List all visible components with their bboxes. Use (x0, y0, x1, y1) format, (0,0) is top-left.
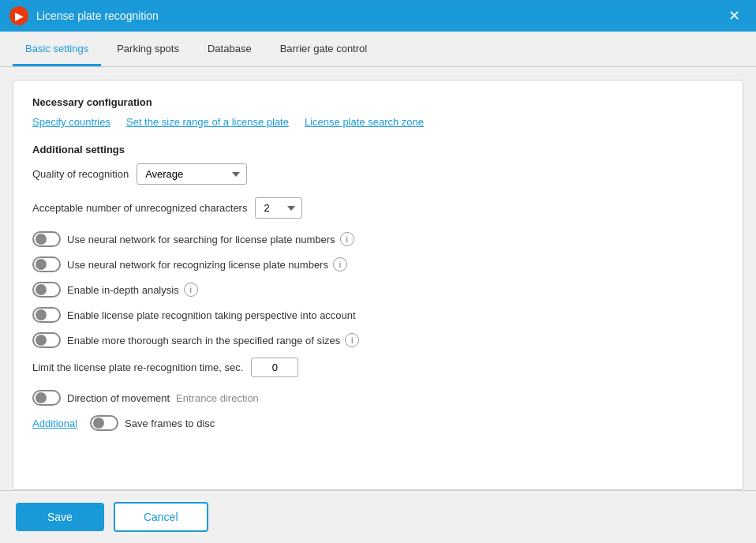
info-icon-neural-search[interactable]: i (340, 232, 354, 246)
tabs-bar: Basic settings Parking spots Database Ba… (0, 32, 756, 67)
toggle-in-depth-switch[interactable] (32, 282, 61, 298)
tab-basic-settings[interactable]: Basic settings (13, 32, 101, 66)
titlebar: ▶ License plate recognition ✕ (0, 0, 756, 32)
window-title: License plate recognition (36, 9, 722, 22)
config-links: Specify countries Set the size range of … (32, 116, 724, 128)
tab-barrier-gate[interactable]: Barrier gate control (268, 32, 380, 66)
toggle-in-depth-label: Enable in-depth analysis (67, 284, 179, 296)
direction-link[interactable]: Entrance direction (176, 392, 259, 404)
unrecognized-select[interactable]: 2 0 1 3 (255, 197, 302, 219)
toggle-perspective-switch[interactable] (32, 307, 61, 323)
toggle-knob (36, 335, 47, 346)
content-area: Necessary configuration Specify countrie… (0, 67, 756, 490)
main-panel: Necessary configuration Specify countrie… (13, 80, 743, 490)
tab-database[interactable]: Database (195, 32, 264, 66)
rerecognition-label: Limit the license plate re-recognition t… (32, 361, 243, 373)
necessary-config-title: Necessary configuration (32, 96, 724, 108)
additional-row: Additional Save frames to disc (32, 415, 724, 431)
toggle-knob (36, 309, 47, 320)
cancel-button[interactable]: Cancel (114, 502, 208, 532)
save-button[interactable]: Save (16, 503, 104, 531)
window: ▶ License plate recognition ✕ Basic sett… (0, 0, 756, 543)
toggle-thorough-search-label: Enable more thorough search in the speci… (67, 335, 340, 346)
quality-select[interactable]: Average Low High (137, 163, 247, 185)
quality-row: Quality of recognition Average Low High (32, 163, 724, 185)
toggle-thorough-search: Enable more thorough search in the speci… (32, 332, 724, 348)
toggle-knob (36, 284, 47, 295)
size-range-link[interactable]: Set the size range of a license plate (126, 116, 289, 128)
search-zone-link[interactable]: License plate search zone (305, 116, 424, 128)
tab-parking-spots[interactable]: Parking spots (104, 32, 192, 66)
save-frames-label: Save frames to disc (125, 418, 215, 429)
unrecognized-label: Acceptable number of unrecognized charac… (32, 202, 247, 214)
quality-label: Quality of recognition (32, 168, 129, 180)
specify-countries-link[interactable]: Specify countries (32, 116, 110, 128)
app-icon: ▶ (9, 6, 28, 25)
direction-label: Direction of movement (67, 392, 170, 404)
toggle-knob (36, 392, 47, 403)
toggle-neural-search-label: Use neural network for searching for lic… (67, 234, 335, 245)
toggle-thorough-search-switch[interactable] (32, 332, 61, 348)
toggle-knob (36, 259, 47, 270)
toggle-neural-recognize: Use neural network for recognizing licen… (32, 257, 724, 272)
toggle-knob (36, 234, 47, 245)
rerecognition-row: Limit the license plate re-recognition t… (32, 358, 724, 377)
toggle-knob (93, 418, 104, 429)
toggle-perspective: Enable license plate recognition taking … (32, 307, 724, 323)
info-icon-neural-recognize[interactable]: i (333, 257, 347, 272)
toggle-neural-recognize-label: Use neural network for recognizing licen… (67, 259, 328, 271)
close-button[interactable]: ✕ (722, 4, 747, 28)
info-icon-in-depth[interactable]: i (184, 283, 198, 297)
additional-link[interactable]: Additional (32, 418, 77, 429)
toggle-neural-search: Use neural network for searching for lic… (32, 231, 724, 247)
toggle-neural-search-switch[interactable] (32, 231, 61, 247)
additional-settings-title: Additional settings (32, 144, 724, 155)
direction-toggle-switch[interactable] (32, 390, 61, 406)
direction-row: Direction of movement Entrance direction (32, 390, 724, 406)
save-frames-toggle[interactable] (90, 415, 118, 431)
toggle-neural-recognize-switch[interactable] (32, 257, 61, 272)
toggle-in-depth: Enable in-depth analysis i (32, 282, 724, 298)
toggle-perspective-label: Enable license plate recognition taking … (67, 309, 356, 321)
info-icon-thorough[interactable]: i (345, 333, 359, 347)
unrecognized-row: Acceptable number of unrecognized charac… (32, 197, 724, 219)
rerecognition-input[interactable] (251, 358, 298, 377)
bottom-bar: Save Cancel (0, 490, 756, 543)
